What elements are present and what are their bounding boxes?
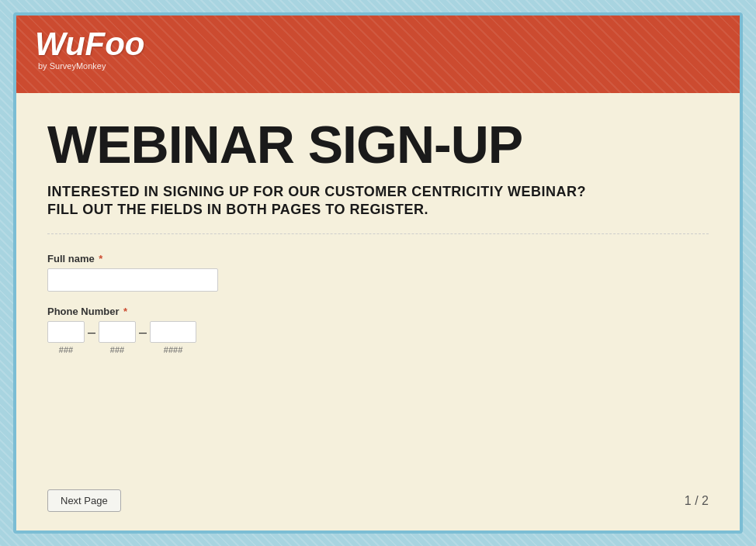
form-area: WEBINAR SIGN-UP INTERESTED IN SIGNING UP… — [16, 93, 740, 530]
header: WuFoo by SurveyMonkey — [16, 16, 740, 93]
phone-number-placeholder: #### — [164, 345, 182, 354]
phone-number-segment: #### — [150, 321, 196, 354]
phone-number-group: Phone Number * ### – ### – #### — [47, 306, 709, 354]
required-star: * — [99, 253, 102, 264]
next-page-button[interactable]: Next Page — [47, 489, 121, 512]
page-indicator: 1 / 2 — [685, 494, 709, 508]
required-star-phone: * — [123, 306, 127, 317]
form-subtitle: INTERESTED IN SIGNING UP FOR OUR CUSTOME… — [47, 183, 709, 234]
wufoo-logo: WuFoo — [35, 28, 145, 60]
form-title: WEBINAR SIGN-UP — [47, 118, 709, 171]
phone-exchange-placeholder: ### — [110, 345, 124, 354]
full-name-input[interactable] — [47, 268, 218, 292]
logo-container: WuFoo by SurveyMonkey — [35, 28, 145, 71]
phone-area-input[interactable] — [47, 321, 85, 343]
phone-number-label: Phone Number * — [47, 306, 709, 317]
phone-dash-2: – — [139, 321, 147, 343]
surveymonkey-subtitle: by SurveyMonkey — [38, 61, 106, 71]
phone-dash-1: – — [88, 321, 95, 343]
phone-number-input[interactable] — [150, 321, 196, 343]
phone-exchange-input[interactable] — [99, 321, 136, 343]
bottom-bar: Next Page 1 / 2 — [47, 480, 709, 512]
phone-inputs-row: ### – ### – #### — [47, 321, 709, 354]
full-name-label: Full name * — [47, 253, 709, 264]
full-name-group: Full name * — [47, 253, 709, 292]
form-container: WuFoo by SurveyMonkey WEBINAR SIGN-UP IN… — [13, 12, 743, 534]
phone-area-segment: ### — [47, 321, 85, 354]
phone-area-placeholder: ### — [59, 345, 73, 354]
phone-exchange-segment: ### — [99, 321, 136, 354]
